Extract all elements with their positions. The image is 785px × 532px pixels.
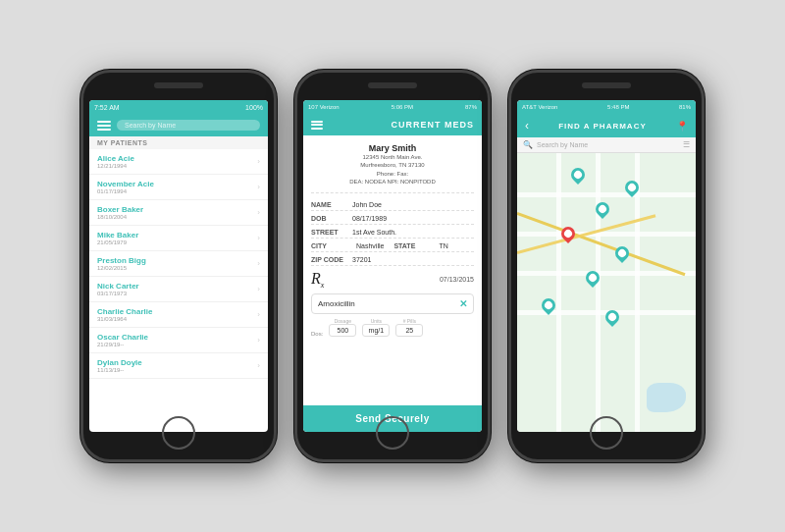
- pharmacy-search-placeholder[interactable]: Search by Name: [537, 141, 679, 148]
- phone1-header: Search by Name: [89, 114, 268, 136]
- phone2-header: CURRENT MEDS: [303, 114, 482, 135]
- patient-name: Charlie Charlie: [97, 307, 152, 316]
- units-col-label: Units: [371, 318, 382, 324]
- form-zip-row: ZIP CODE 37201: [311, 256, 474, 266]
- phone1-battery: 100%: [245, 104, 263, 111]
- dosage-input[interactable]: 500: [329, 324, 356, 337]
- pills-input[interactable]: 25: [395, 324, 423, 337]
- patient-name: Alice Acie: [97, 154, 134, 163]
- phone1-search-bar[interactable]: Search by Name: [117, 120, 260, 131]
- phone2-carrier: 107 Verizon: [308, 104, 340, 110]
- patient-dob: 03/17/1973: [97, 291, 139, 296]
- map-background: [517, 153, 696, 432]
- form-street-row: STREET 1st Ave South.: [311, 229, 474, 239]
- list-item-chevron-icon: ›: [257, 157, 260, 166]
- dob-label: DOB: [311, 215, 352, 222]
- pharmacy-search-strip: 🔍 Search by Name ☰: [517, 137, 696, 153]
- doctor-info: Mary Smith 12345 North Main Ave. Murfree…: [311, 143, 474, 193]
- patient-list-item[interactable]: Alice Acie 12/21/1994 ›: [89, 149, 268, 175]
- patient-list-item[interactable]: Mike Baker 21/05/1979 ›: [89, 226, 268, 251]
- phone2-screen: 107 Verizon 5:06 PM 87% CURRENT MEDS Mar…: [303, 100, 482, 432]
- scene: 7:52 AM 100% Search by Name MY PATIENTS …: [0, 0, 785, 532]
- list-item-chevron-icon: ›: [257, 310, 260, 319]
- phone1-status-bar: 7:52 AM 100%: [89, 100, 268, 114]
- patient-list-item[interactable]: Oscar Charlie 21/29/19-- ›: [89, 328, 268, 353]
- phone3-battery: 81%: [679, 104, 691, 110]
- pills-col: # Pills 25: [395, 318, 423, 337]
- list-item-chevron-icon: ›: [257, 259, 260, 268]
- phone2-title: CURRENT MEDS: [391, 120, 474, 130]
- rx-symbol: Rx: [311, 270, 324, 290]
- list-view-icon[interactable]: ☰: [683, 140, 690, 149]
- send-securely-button[interactable]: Send Securely: [303, 405, 482, 432]
- state-value: TN: [439, 242, 447, 249]
- patient-dob: 01/17/1994: [97, 188, 154, 194]
- phone3-status-bar: AT&T Verizon 5:48 PM 81%: [517, 100, 696, 114]
- phone-patient-list: 7:52 AM 100% Search by Name MY PATIENTS …: [80, 70, 277, 462]
- form-city-row: CITY Nashville STATE TN: [311, 242, 474, 252]
- patient-name: Boxer Baker: [97, 205, 143, 214]
- patient-list-item[interactable]: Dylan Doyle 11/13/19-- ›: [89, 353, 268, 379]
- hamburger-icon[interactable]: [97, 121, 111, 131]
- patient-dob: 18/10/2004: [97, 214, 143, 220]
- doctor-name: Mary Smith: [311, 143, 474, 153]
- rx-header-row: Rx 07/13/2015: [311, 270, 474, 290]
- patient-list-item[interactable]: Nick Carter 03/17/1973 ›: [89, 277, 268, 302]
- phone3-header: ‹ FIND A PHARMACY 📍: [517, 114, 696, 137]
- patient-dob: 11/13/19--: [97, 367, 142, 373]
- phone1-screen: 7:52 AM 100% Search by Name MY PATIENTS …: [89, 100, 268, 432]
- phone2-time: 5:06 PM: [392, 104, 413, 110]
- patient-dob: 21/29/19--: [97, 342, 148, 347]
- phone3-time: 5:48 PM: [607, 104, 629, 110]
- drug-name: Amoxicillin: [318, 299, 355, 308]
- rx-date: 07/13/2015: [440, 276, 474, 283]
- phone3-carrier: AT&T Verizon: [522, 104, 557, 110]
- dosage-row: Dos: Dosage 500 Units mg/1 # Pills 25: [311, 318, 474, 337]
- patient-name: Dylan Doyle: [97, 358, 142, 367]
- dosage-col-label: Dosage: [335, 318, 351, 324]
- name-value: John Doe: [352, 201, 382, 208]
- dob-value: 08/17/1989: [352, 215, 387, 222]
- patient-dob: 21/05/1979: [97, 239, 138, 245]
- phone-prescription: 107 Verizon 5:06 PM 87% CURRENT MEDS Mar…: [294, 70, 491, 462]
- patient-dob: 12/21/1994: [97, 163, 134, 169]
- list-item-chevron-icon: ›: [257, 361, 260, 370]
- map-container: [517, 153, 696, 432]
- phone3-title: FIND A PHARMACY: [529, 122, 676, 131]
- drug-close-button[interactable]: ✕: [459, 298, 467, 309]
- street-value: 1st Ave South.: [352, 229, 396, 236]
- units-col: Units mg/1: [362, 318, 390, 337]
- location-icon[interactable]: 📍: [676, 121, 688, 132]
- phone3-screen: AT&T Verizon 5:48 PM 81% ‹ FIND A PHARMA…: [517, 100, 696, 432]
- dosage-label: Dos:: [311, 331, 323, 337]
- phone1-search-placeholder: Search by Name: [125, 122, 176, 129]
- list-item-chevron-icon: ›: [257, 234, 260, 242]
- patient-list-item[interactable]: Preston Bigg 12/02/2015 ›: [89, 251, 268, 277]
- zip-value: 37201: [352, 256, 371, 263]
- list-item-chevron-icon: ›: [257, 336, 260, 345]
- patient-dob: 12/02/2015: [97, 265, 146, 271]
- map-pin-5[interactable]: [612, 243, 632, 263]
- phone2-status-bar: 107 Verizon 5:06 PM 87%: [303, 100, 482, 114]
- search-magnifier-icon: 🔍: [523, 140, 533, 149]
- phone2-battery: 87%: [465, 104, 477, 110]
- map-pin-1[interactable]: [568, 165, 588, 185]
- name-label: NAME: [311, 201, 352, 208]
- patient-list-item[interactable]: Charlie Charlie 31/03/1964 ›: [89, 302, 268, 328]
- patient-name: Nick Carter: [97, 282, 139, 291]
- units-input[interactable]: mg/1: [362, 324, 390, 337]
- patient-list-item[interactable]: November Acie 01/17/1994 ›: [89, 175, 268, 200]
- form-dob-row: DOB 08/17/1989: [311, 215, 474, 225]
- patient-list-item[interactable]: Boxer Baker 18/10/2004 ›: [89, 200, 268, 226]
- drug-box: Amoxicillin ✕: [311, 293, 474, 314]
- phone2-hamburger-icon[interactable]: [311, 119, 323, 131]
- phone1-time: 7:52 AM: [94, 104, 120, 111]
- doctor-phone: Phone: Fax:: [311, 170, 474, 178]
- patient-name: November Acie: [97, 180, 154, 188]
- city-value: Nashville: [356, 242, 384, 249]
- doctor-dea: DEA: NODEA NPI: NONPITODD: [311, 178, 474, 186]
- list-item-chevron-icon: ›: [257, 183, 260, 191]
- doctor-city-state: Murfreesboro, TN 37130: [311, 161, 474, 169]
- rx-content: Mary Smith 12345 North Main Ave. Murfree…: [303, 135, 482, 405]
- list-item-chevron-icon: ›: [257, 208, 260, 217]
